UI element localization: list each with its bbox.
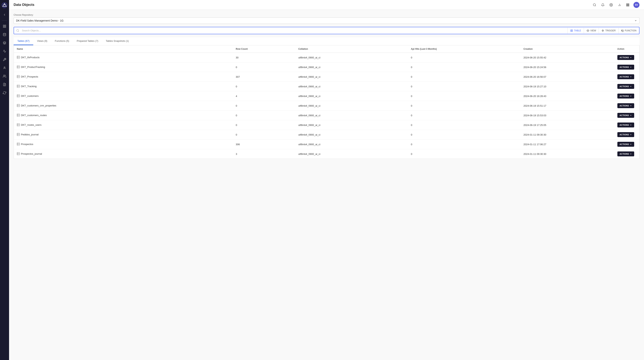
svg-line-28 bbox=[18, 31, 19, 32]
svg-rect-4 bbox=[3, 27, 4, 28]
settings-icon[interactable] bbox=[608, 2, 614, 8]
chevron-down-icon bbox=[630, 105, 632, 107]
svg-point-27 bbox=[16, 30, 19, 32]
cell-name: DKT_customers bbox=[14, 91, 233, 101]
actions-button[interactable]: ACTIONS bbox=[617, 74, 634, 79]
svg-rect-51 bbox=[17, 95, 20, 97]
sidebar-chart[interactable] bbox=[1, 48, 8, 55]
chevron-down-icon bbox=[630, 153, 632, 155]
actions-button[interactable]: ACTIONS bbox=[617, 103, 634, 108]
table-grid-icon bbox=[17, 133, 20, 136]
actions-button[interactable]: ACTIONS bbox=[617, 122, 634, 127]
cell-action: ACTIONS bbox=[614, 91, 640, 101]
table-row: DKT_ProductTracking 0 utf8mb4_0900_ai_ci… bbox=[14, 62, 639, 72]
app-logo[interactable] bbox=[2, 2, 8, 8]
topbar: Data Objects SV bbox=[9, 0, 644, 10]
tab-views[interactable]: Views (9) bbox=[33, 37, 51, 45]
cell-rowcount: 0 bbox=[233, 62, 295, 72]
repository-selector[interactable]: DK-Field Sales Management Demo - 1G bbox=[14, 17, 640, 24]
table-grid-icon bbox=[17, 142, 20, 146]
cell-name: DKT_customers_crm_properties bbox=[14, 101, 233, 111]
cell-name: Prospectos_journal bbox=[14, 149, 233, 159]
sidebar-file[interactable] bbox=[1, 81, 8, 88]
chevron-down-icon bbox=[630, 66, 632, 68]
search-bar-icon bbox=[16, 29, 19, 32]
col-header-rowcount: Row Count bbox=[233, 45, 295, 53]
cell-action: ACTIONS bbox=[614, 149, 640, 159]
cell-name: DKT_Prospects bbox=[14, 72, 233, 82]
sidebar-layers[interactable] bbox=[1, 40, 8, 46]
table-grid-icon bbox=[17, 85, 20, 88]
cell-name-text: Pedidos_journal bbox=[21, 133, 38, 136]
user-avatar[interactable]: SV bbox=[634, 2, 640, 8]
table-grid-icon bbox=[17, 123, 20, 127]
svg-rect-55 bbox=[17, 104, 20, 107]
sidebar-user-settings[interactable] bbox=[1, 65, 8, 71]
actions-button[interactable]: ACTIONS bbox=[617, 151, 634, 156]
table-icon bbox=[570, 29, 573, 32]
cell-creation: 2024-06-20 15:24:56 bbox=[520, 62, 614, 72]
table-row: Prospectos 306 utf8mb4_0900_ai_ci 0 2024… bbox=[14, 139, 639, 149]
actions-button[interactable]: ACTIONS bbox=[617, 55, 634, 60]
svg-rect-63 bbox=[17, 123, 20, 126]
chevron-down-icon bbox=[630, 143, 632, 145]
filter-table-btn[interactable]: TABLE bbox=[568, 28, 584, 34]
filter-trigger-btn[interactable]: TRIGGER bbox=[599, 28, 618, 34]
topbar-actions: SV bbox=[592, 2, 640, 8]
svg-rect-35 bbox=[17, 56, 20, 59]
svg-rect-59 bbox=[17, 114, 20, 116]
tab-functions[interactable]: Functions (5) bbox=[51, 37, 73, 45]
actions-button[interactable]: ACTIONS bbox=[617, 113, 634, 118]
tab-tables[interactable]: Tables (67) bbox=[14, 37, 33, 45]
svg-rect-71 bbox=[17, 143, 20, 145]
chevron-down-icon bbox=[634, 19, 637, 22]
sidebar-grid[interactable] bbox=[1, 23, 8, 30]
actions-button[interactable]: ACTIONS bbox=[617, 84, 634, 89]
cell-rowcount: 3 bbox=[233, 149, 295, 159]
svg-point-33 bbox=[588, 30, 588, 31]
table-row: DKT_Prospects 307 utf8mb4_0900_ai_ci 0 2… bbox=[14, 72, 639, 82]
sidebar-users[interactable] bbox=[1, 73, 8, 80]
cell-name: DKT_ProductTracking bbox=[14, 62, 233, 72]
search-input[interactable] bbox=[19, 27, 568, 34]
cell-apihits: 0 bbox=[408, 111, 520, 120]
filter-function-btn[interactable]: f() FUNCTION bbox=[618, 28, 639, 34]
sidebar-refresh[interactable] bbox=[1, 89, 8, 96]
cell-action: ACTIONS bbox=[614, 139, 640, 149]
svg-rect-23 bbox=[628, 5, 629, 5]
chevron-down-icon bbox=[630, 85, 632, 88]
actions-button[interactable]: ACTIONS bbox=[617, 132, 634, 137]
cell-apihits: 0 bbox=[408, 82, 520, 91]
svg-rect-3 bbox=[5, 25, 6, 26]
sidebar-back[interactable] bbox=[1, 11, 8, 18]
cell-collation: utf8mb4_0900_ai_ci bbox=[295, 62, 408, 72]
tab-tables-snapshots[interactable]: Tables Snapshots (1) bbox=[102, 37, 132, 45]
cell-collation: utf8mb4_0900_ai_ci bbox=[295, 130, 408, 139]
actions-button[interactable]: ACTIONS bbox=[617, 142, 634, 147]
cell-collation: utf8mb4_0900_ai_ci bbox=[295, 120, 408, 130]
tab-prepared-tables[interactable]: Prepared Tables (7) bbox=[73, 37, 102, 45]
sidebar-database[interactable] bbox=[1, 31, 8, 38]
table-grid-icon bbox=[17, 94, 20, 98]
cell-name-text: DKT_customers_routes bbox=[21, 114, 47, 117]
apps-icon[interactable] bbox=[625, 2, 630, 8]
cell-collation: utf8mb4_0900_ai_ci bbox=[295, 72, 408, 82]
actions-button[interactable]: ACTIONS bbox=[617, 94, 634, 98]
cell-rowcount: 0 bbox=[233, 111, 295, 120]
svg-rect-2 bbox=[3, 25, 4, 26]
cell-collation: utf8mb4_0900_ai_ci bbox=[295, 111, 408, 120]
filter-view-btn[interactable]: VIEW bbox=[584, 28, 599, 34]
search-filter-controls: TABLE VIEW TRIGGER f() FUNCTION bbox=[568, 28, 639, 34]
table-row: Pedidos_journal 0 utf8mb4_0900_ai_ci 0 2… bbox=[14, 130, 639, 139]
bell-icon[interactable] bbox=[600, 2, 606, 8]
chevron-down-icon bbox=[630, 114, 632, 116]
actions-button[interactable]: ACTIONS bbox=[617, 65, 634, 70]
cell-rowcount: 30 bbox=[233, 53, 295, 62]
search-icon[interactable] bbox=[592, 2, 597, 8]
cell-action: ACTIONS bbox=[614, 82, 640, 91]
col-header-apihits: Api Hits (Last 3 Months) bbox=[408, 45, 520, 53]
chart-icon[interactable] bbox=[617, 2, 622, 8]
sidebar-tools[interactable] bbox=[1, 56, 8, 63]
table-row: DKT_Tracking 0 utf8mb4_0900_ai_ci 0 2024… bbox=[14, 82, 639, 91]
chevron-down-icon bbox=[630, 76, 632, 78]
